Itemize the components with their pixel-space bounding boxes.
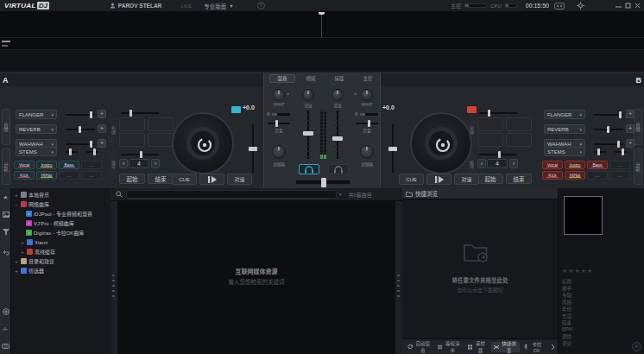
- scratch-tab[interactable]: 搓碟: [326, 74, 352, 83]
- play-pause-button[interactable]: [426, 174, 451, 185]
- stems-dropdown[interactable]: STEMS▾: [16, 147, 57, 156]
- stem-hihat-button[interactable]: HiHat: [565, 171, 585, 180]
- channel-1-headphone-cue-button[interactable]: [299, 164, 319, 174]
- deck-b-jog-wheel[interactable]: [410, 112, 472, 174]
- stem-hihat-button[interactable]: HiHat: [36, 171, 57, 180]
- tree-item-idjpool[interactable]: ♪iDJPool - 专业音频和混音: [11, 209, 110, 218]
- sampler-button[interactable]: 采样器: [465, 342, 489, 352]
- history-image-icon[interactable]: [0, 209, 11, 220]
- loop-out-button[interactable]: 结束: [506, 174, 532, 184]
- font-size-button[interactable]: A-: [0, 323, 11, 334]
- hotcue-pad-1[interactable]: [477, 117, 503, 131]
- stem-bass-button[interactable]: Bass: [59, 161, 79, 169]
- stems-slider-1[interactable]: [594, 151, 606, 153]
- stem-empty-slot[interactable]: [609, 171, 630, 180]
- tree-item-vjpro[interactable]: ♪VJ'Pro - 视频曲库: [11, 218, 110, 228]
- tree-item-folders-suggestions[interactable]: +目录和建议: [11, 256, 110, 266]
- fx-slot-3-slider[interactable]: [66, 143, 95, 145]
- stems-slider-2[interactable]: [615, 151, 627, 153]
- user-account-button[interactable]: PAROV STELAR: [110, 3, 161, 9]
- hotcue-pad-2[interactable]: [506, 117, 532, 131]
- fader-handle[interactable]: [303, 131, 313, 136]
- loop-out-button[interactable]: 结束: [148, 174, 174, 184]
- left-filter-knob[interactable]: [272, 145, 286, 159]
- pitch-slider[interactable]: [388, 124, 398, 173]
- fx-slot-1-activate-button[interactable]: +: [98, 110, 106, 118]
- expand-arrow-button[interactable]: [548, 342, 558, 352]
- filter-funnel-icon[interactable]: [0, 226, 11, 237]
- minimize-button[interactable]: [614, 2, 623, 10]
- collapse-arrow-icon[interactable]: ▸: [355, 92, 357, 96]
- loop-in-button[interactable]: 起始: [119, 174, 145, 184]
- fx-slot-1-slider[interactable]: [594, 114, 623, 116]
- search-options-chevron-icon[interactable]: ▾: [339, 192, 342, 197]
- loop-slider[interactable]: [479, 154, 517, 155]
- search-input[interactable]: [126, 190, 337, 199]
- hotcue-pad-2[interactable]: [148, 117, 174, 131]
- channel-2-headphone-cue-button[interactable]: [328, 164, 349, 174]
- stems-dropdown[interactable]: STEMS▾: [544, 147, 585, 156]
- sidelist-button[interactable]: 等候清单: [435, 342, 464, 352]
- stem-empty-slot[interactable]: [609, 161, 630, 169]
- tree-item-digitrax[interactable]: ♪Digitrax - 卡拉OK曲库: [11, 228, 110, 237]
- stem-vocal-button[interactable]: Vocal: [14, 161, 35, 169]
- right-filter-knob[interactable]: [360, 145, 374, 159]
- cue-button[interactable]: CUE: [172, 174, 197, 185]
- close-button[interactable]: [633, 2, 642, 10]
- stem-instru-button[interactable]: Instru: [565, 161, 585, 169]
- fx-slot-1-dropdown[interactable]: FLANGER▾: [16, 110, 57, 119]
- shortcut-drop-area[interactable]: 将任意文件夹拖至此处 也可以点击下面图标: [402, 199, 558, 338]
- stem-empty-slot[interactable]: [81, 161, 102, 169]
- loop-length-value[interactable]: 4: [487, 159, 508, 168]
- automix-button[interactable]: 自动混音: [405, 342, 433, 352]
- deck-a-stems-tab[interactable]: 分轨: [2, 149, 10, 185]
- loop-double-button[interactable]: ›: [509, 159, 518, 168]
- crossfader[interactable]: [295, 180, 350, 185]
- stem-bass-button[interactable]: Bass: [587, 161, 608, 169]
- loop-half-button[interactable]: ‹: [119, 159, 128, 168]
- fx-slot-1-activate-button[interactable]: +: [626, 110, 635, 118]
- pitch-handle[interactable]: [249, 147, 257, 151]
- fx-slot-2-activate-button[interactable]: +: [98, 124, 106, 133]
- tree-item-offline-cache[interactable]: +离线缓存: [11, 247, 110, 256]
- left-panel-splitter[interactable]: [110, 188, 117, 354]
- pitch-handle[interactable]: [388, 147, 397, 151]
- crossfader-handle[interactable]: [321, 178, 326, 187]
- channel-1-volume-fader[interactable]: [303, 111, 313, 159]
- loop-in-button[interactable]: 起始: [477, 174, 503, 184]
- right-panel-splitter[interactable]: [395, 188, 402, 354]
- left-stem-knob[interactable]: [273, 89, 285, 101]
- stem-empty-slot[interactable]: [81, 171, 102, 180]
- loop-tab[interactable]: 循环: [110, 150, 117, 180]
- left-mini-volume-slider[interactable]: [268, 123, 290, 124]
- back-return-icon[interactable]: [0, 247, 11, 258]
- info-options-button[interactable]: •: [632, 342, 641, 351]
- stems-slider-2[interactable]: [86, 151, 98, 153]
- loop-double-button[interactable]: ›: [151, 159, 160, 168]
- track-overview-strip[interactable]: [0, 50, 644, 73]
- play-pause-button[interactable]: [199, 174, 224, 185]
- record-icon[interactable]: [554, 3, 565, 9]
- channel-2-volume-fader[interactable]: [332, 111, 343, 159]
- stem-empty-slot[interactable]: [59, 171, 79, 180]
- fx-slot-3-slider[interactable]: [594, 143, 623, 145]
- favorites-star-icon[interactable]: ★: [0, 192, 11, 203]
- collapse-arrow-icon[interactable]: ▸: [287, 92, 289, 96]
- maximize-button[interactable]: [623, 2, 633, 10]
- hotcue-pad-1[interactable]: [119, 117, 145, 131]
- hotcue-pad-4[interactable]: [148, 133, 174, 147]
- sync-button[interactable]: 对速: [227, 174, 252, 185]
- rating-stars[interactable]: ★★★★★: [562, 268, 593, 275]
- cue-button[interactable]: CUE: [399, 174, 424, 185]
- deck-a-fx-tab[interactable]: 音效: [2, 109, 10, 145]
- tree-item-filters[interactable]: +筛选器: [11, 266, 110, 275]
- fx-slot-1-dropdown[interactable]: FLANGER▾: [544, 110, 585, 119]
- right-mini-volume-slider[interactable]: [356, 123, 378, 124]
- loop-slider[interactable]: [121, 154, 159, 155]
- fx-slot-2-slider[interactable]: [594, 129, 623, 130]
- add-plus-icon[interactable]: [0, 306, 11, 317]
- keyboard-icon[interactable]: [0, 340, 11, 351]
- pads-param-slider[interactable]: [479, 112, 517, 114]
- fx-slot-2-activate-button[interactable]: +: [626, 124, 635, 133]
- shortcuts-button[interactable]: 快捷浏览: [491, 342, 520, 352]
